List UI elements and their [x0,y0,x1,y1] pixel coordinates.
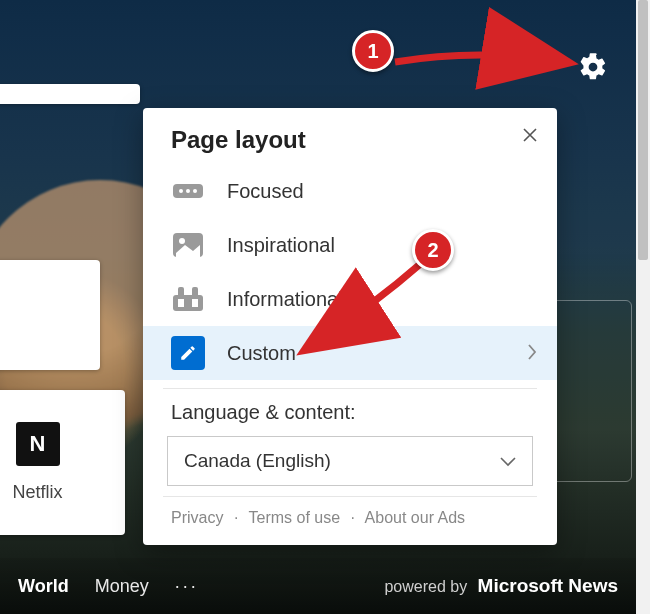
separator [163,388,537,389]
layout-option-focused[interactable]: Focused [143,164,557,218]
svg-rect-8 [192,287,198,297]
svg-point-2 [186,189,190,193]
flyout-title: Page layout [171,126,557,154]
privacy-link[interactable]: Privacy [171,509,223,526]
language-select-value: Canada (English) [184,450,331,472]
inspirational-icon [171,228,205,262]
quicklink-tile[interactable] [0,260,100,370]
gear-icon [578,52,608,82]
svg-rect-7 [178,287,184,297]
netflix-icon: N [16,422,60,466]
layout-option-label: Focused [227,180,304,203]
page-scrollbar-thumb[interactable] [638,0,648,260]
annotation-arrow-1 [390,40,580,80]
annotation-badge-2: 2 [412,229,454,271]
close-icon [523,128,537,142]
chevron-down-icon [500,450,516,472]
news-topic-money[interactable]: Money [95,576,149,597]
quicklink-tile-netflix[interactable]: N Netflix [0,390,125,535]
news-topic-bar: World Money ··· powered by Microsoft New… [0,558,636,614]
language-select[interactable]: Canada (English) [167,436,533,486]
svg-rect-9 [178,299,184,307]
microsoft-news-brand: Microsoft News [478,575,618,596]
powered-by-label: powered by Microsoft News [384,575,618,597]
news-topic-more[interactable]: ··· [175,576,199,597]
close-button[interactable] [517,122,543,148]
language-section-label: Language & content: [171,401,557,424]
toolbar-stub [0,84,140,104]
custom-icon [171,336,205,370]
separator [163,496,537,497]
terms-link[interactable]: Terms of use [249,509,341,526]
chevron-right-icon [527,342,537,365]
informational-icon [171,282,205,316]
annotation-badge-1: 1 [352,30,394,72]
svg-point-5 [179,238,185,244]
flyout-footer-links: Privacy · Terms of use · About our Ads [171,509,557,527]
svg-point-1 [179,189,183,193]
page-scrollbar-track[interactable] [636,0,650,614]
about-ads-link[interactable]: About our Ads [365,509,466,526]
svg-point-3 [193,189,197,193]
settings-gear-button[interactable] [576,50,610,84]
svg-rect-10 [192,299,198,307]
layout-option-label: Custom [227,342,296,365]
news-topic-world[interactable]: World [18,576,69,597]
svg-rect-6 [173,295,203,311]
focused-icon [171,174,205,208]
quicklink-label: Netflix [12,482,62,503]
